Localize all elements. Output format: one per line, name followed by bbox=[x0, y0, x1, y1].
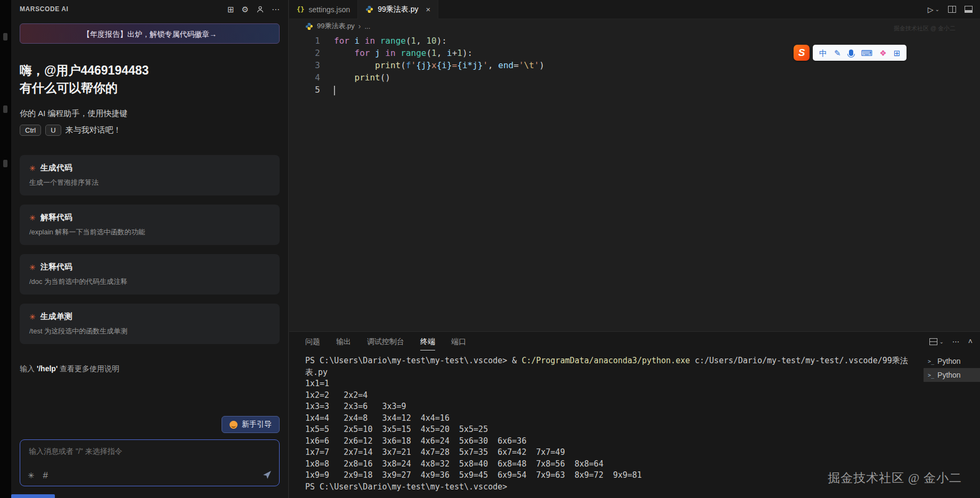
panel-tab-端口[interactable]: 端口 bbox=[451, 333, 466, 350]
terminal-output-line: 1x3=3 2x3=6 3x3=9 bbox=[305, 401, 918, 413]
code-line: 5 bbox=[289, 84, 980, 96]
ime-lang-icon[interactable]: 中 bbox=[819, 49, 827, 57]
ime-skin-icon[interactable]: ❖ bbox=[879, 49, 886, 57]
breadcrumb-file[interactable]: 99乘法表.py bbox=[317, 21, 355, 31]
card-description: 生成一个冒泡排序算法 bbox=[29, 178, 270, 187]
terminal-output-line: 1x8=8 2x8=16 3x8=24 4x8=32 5x8=40 6x8=48… bbox=[305, 459, 918, 470]
assistant-subtitle: 你的 AI 编程助手，使用快捷键 bbox=[20, 109, 280, 119]
panel-tab-调试控制台[interactable]: 调试控制台 bbox=[367, 333, 404, 350]
terminal-icon: >_ bbox=[928, 358, 934, 364]
panel-tab-输出[interactable]: 输出 bbox=[336, 333, 351, 350]
suggestion-card[interactable]: ✳注释代码/doc 为当前选中的代码生成注释 bbox=[20, 254, 280, 295]
sparkle-icon: ✳ bbox=[29, 214, 36, 222]
onboarding-button[interactable]: 新手引导 bbox=[222, 416, 280, 433]
suggestion-card[interactable]: ✳生成代码生成一个冒泡排序算法 bbox=[20, 155, 280, 195]
new-chat-icon[interactable]: ⊞ bbox=[227, 5, 234, 13]
line-number: 5 bbox=[289, 84, 320, 96]
greeting-line1: 嗨，@用户4469194483 bbox=[20, 62, 280, 79]
breadcrumb-more[interactable]: ... bbox=[364, 22, 370, 30]
terminal-command-wrap: 表.py bbox=[305, 367, 918, 379]
sogou-logo-icon[interactable]: S bbox=[794, 45, 810, 61]
suggestion-card[interactable]: ✳生成单测/test 为这段选中的函数生成单测 bbox=[20, 304, 280, 344]
hug-emoji-icon bbox=[230, 421, 238, 429]
account-icon[interactable] bbox=[256, 5, 264, 13]
watermark: 掘金技术社区 @ 金小二 bbox=[828, 470, 962, 486]
split-editor-button[interactable] bbox=[948, 6, 956, 13]
send-icon[interactable] bbox=[263, 470, 272, 480]
run-icon: ▷ bbox=[928, 5, 934, 14]
chat-input-box[interactable]: ✳ # bbox=[20, 439, 280, 486]
help-command: '/help' bbox=[37, 364, 58, 373]
card-title: 注释代码 bbox=[40, 262, 72, 272]
code-text: print(f'{j}x{i}={i*j}', end='\t') bbox=[334, 60, 544, 70]
terminal-output-line: 1x6=6 2x6=12 3x6=18 4x6=24 5x6=30 6x6=36 bbox=[305, 436, 918, 447]
code-text: for i in range(1, 10): bbox=[334, 36, 447, 46]
python-icon bbox=[365, 5, 373, 13]
help-prefix: 输入 bbox=[20, 364, 37, 373]
sogou-ime-toolbar[interactable]: S 中 ✎ ⌨ ❖ ⊞ bbox=[794, 45, 907, 61]
run-button[interactable]: ▷ ⌄ bbox=[928, 5, 940, 14]
line-number: 3 bbox=[289, 59, 320, 71]
status-sliver bbox=[11, 494, 55, 498]
terminal-output-line: 1x5=5 2x5=10 3x5=15 4x5=20 5x5=25 bbox=[305, 424, 918, 436]
u-key: U bbox=[45, 125, 61, 136]
ime-keyboard-icon[interactable]: ⌨ bbox=[861, 49, 873, 57]
code-text: print() bbox=[334, 72, 390, 83]
sparkle-command-icon[interactable]: ✳ bbox=[28, 471, 35, 479]
card-title-row: ✳注释代码 bbox=[29, 262, 270, 272]
terminal-prompt: PS C:\Users\Dario\my-test\my-test\.vscod… bbox=[305, 481, 918, 493]
ime-toolbox-icon[interactable]: ⊞ bbox=[894, 49, 901, 57]
ctrl-key: Ctrl bbox=[20, 125, 41, 136]
more-icon[interactable]: ⋯ bbox=[272, 5, 280, 13]
terminal-output-line: 1x9=9 2x9=18 3x9=27 4x9=36 5x9=45 6x9=54… bbox=[305, 470, 918, 481]
tab-99乘法表.py[interactable]: 99乘法表.py× bbox=[358, 0, 438, 19]
annual-report-banner[interactable]: 【年度报告】出炉，解锁专属代码徽章→ bbox=[20, 23, 280, 44]
activity-mark bbox=[3, 160, 7, 167]
panel-more-button[interactable]: ⋯ bbox=[952, 337, 960, 346]
help-suffix: 查看更多使用说明 bbox=[58, 364, 119, 373]
card-title-row: ✳生成代码 bbox=[29, 163, 270, 173]
tab-settings.json[interactable]: {}settings.json bbox=[289, 0, 358, 19]
activity-mark bbox=[3, 33, 7, 40]
terminal-output-line: 1x1=1 bbox=[305, 378, 918, 390]
card-description: /test 为这段选中的函数生成单测 bbox=[29, 326, 270, 336]
line-number: 1 bbox=[289, 35, 320, 47]
context-hash-button[interactable]: # bbox=[43, 471, 48, 480]
sparkle-icon: ✳ bbox=[29, 313, 36, 321]
card-title: 生成代码 bbox=[40, 163, 72, 173]
help-hint: 输入 '/help' 查看更多使用说明 bbox=[20, 364, 280, 374]
layout-button[interactable] bbox=[965, 6, 973, 13]
chevron-down-icon: ⌄ bbox=[939, 339, 943, 345]
onboarding-label: 新手引导 bbox=[242, 420, 272, 429]
card-description: /explain 解释一下当前选中函数的功能 bbox=[29, 227, 270, 237]
activity-mark bbox=[3, 105, 7, 113]
suggestion-card[interactable]: ✳解释代码/explain 解释一下当前选中函数的功能 bbox=[20, 205, 280, 245]
suggestion-cards: ✳生成代码生成一个冒泡排序算法✳解释代码/explain 解释一下当前选中函数的… bbox=[20, 155, 280, 344]
terminal-list-item[interactable]: >_Python bbox=[924, 354, 980, 368]
layout-icon bbox=[965, 6, 973, 13]
panel-tab-问题[interactable]: 问题 bbox=[305, 333, 320, 350]
card-title: 解释代码 bbox=[40, 213, 72, 223]
code-line: 4 print() bbox=[289, 71, 980, 84]
sparkle-icon: ✳ bbox=[29, 264, 36, 271]
card-title-row: ✳解释代码 bbox=[29, 213, 270, 223]
editor-group: {}settings.json99乘法表.py× ▷ ⌄ 99乘法表.py › … bbox=[289, 0, 980, 498]
keys-suffix: 来与我对话吧！ bbox=[66, 125, 121, 135]
settings-gear-icon[interactable]: ⚙ bbox=[242, 5, 249, 13]
terminal-list-item[interactable]: >_Python bbox=[924, 368, 980, 382]
watermark-faint: 掘金技术社区 @ 金小二 bbox=[894, 25, 956, 32]
terminal-label: Python bbox=[937, 357, 961, 365]
ime-mic-icon[interactable] bbox=[849, 50, 853, 56]
breadcrumb[interactable]: 99乘法表.py › ... bbox=[289, 19, 980, 33]
code-text: for j in range(1, i+1): bbox=[334, 48, 472, 58]
panel-tab-终端[interactable]: 终端 bbox=[420, 333, 435, 350]
code-editor[interactable]: 1for i in range(1, 10):2 for j in range(… bbox=[289, 33, 980, 331]
maximize-panel-button[interactable]: ˄ bbox=[968, 337, 973, 346]
chat-text-input[interactable] bbox=[28, 446, 274, 456]
terminal-view-button[interactable]: ⌄ bbox=[929, 338, 943, 345]
close-icon[interactable]: × bbox=[426, 5, 431, 14]
card-title-row: ✳生成单测 bbox=[29, 312, 270, 322]
app-window: MARSCODE AI ⊞ ⚙ ⋯ 【年度报告】出炉，解锁专属代码徽章→ 嗨，@… bbox=[0, 0, 980, 498]
ime-pen-icon[interactable]: ✎ bbox=[834, 49, 841, 57]
chevron-right-icon: › bbox=[358, 22, 361, 30]
